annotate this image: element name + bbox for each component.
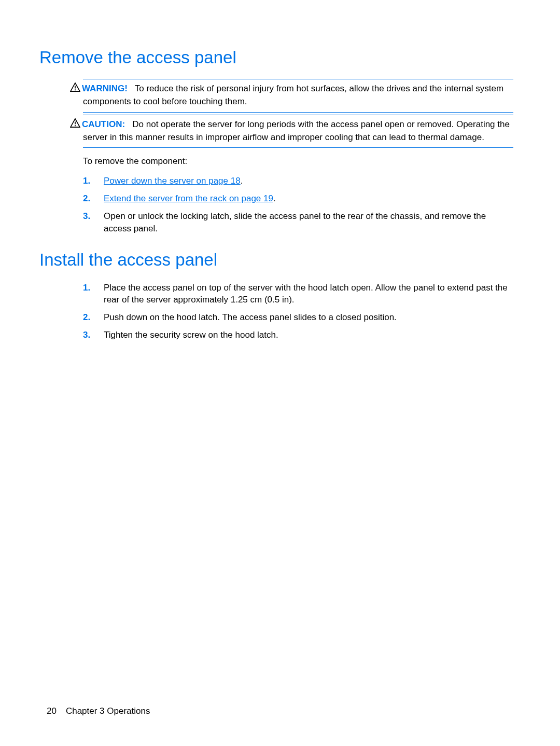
section-heading-remove: Remove the access panel bbox=[39, 46, 513, 70]
step-content: Place the access panel on top of the ser… bbox=[104, 282, 513, 307]
remove-steps-list: 1. Power down the server on page 18. 2. … bbox=[83, 175, 513, 234]
step-number: 2. bbox=[83, 192, 104, 205]
page-footer: 20Chapter 3 Operations bbox=[47, 705, 150, 717]
warning-icon bbox=[70, 82, 80, 95]
list-item: 3. Open or unlock the locking latch, sli… bbox=[83, 210, 513, 235]
page-number: 20 bbox=[47, 705, 57, 717]
power-down-link[interactable]: Power down the server on page 18 bbox=[104, 176, 241, 186]
warning-label: WARNING! bbox=[82, 84, 128, 93]
svg-point-3 bbox=[75, 125, 76, 126]
step-number: 3. bbox=[83, 210, 104, 235]
section-heading-install: Install the access panel bbox=[39, 248, 513, 272]
step-number: 3. bbox=[83, 329, 104, 341]
step-number: 1. bbox=[83, 282, 104, 307]
step-content: Open or unlock the locking latch, slide … bbox=[104, 210, 513, 235]
step-content: Push down on the hood latch. The access … bbox=[104, 311, 513, 324]
step-suffix: . bbox=[273, 194, 276, 203]
caution-icon bbox=[70, 118, 80, 131]
list-item: 2. Extend the server from the rack on pa… bbox=[83, 192, 513, 205]
step-number: 2. bbox=[83, 311, 104, 324]
warning-text: To reduce the risk of personal injury fr… bbox=[83, 84, 503, 106]
warning-box: WARNING! To reduce the risk of personal … bbox=[83, 79, 513, 113]
install-steps-list: 1. Place the access panel on top of the … bbox=[83, 282, 513, 341]
step-content: Power down the server on page 18. bbox=[104, 175, 513, 187]
list-item: 3. Tighten the security screw on the hoo… bbox=[83, 329, 513, 341]
svg-point-1 bbox=[75, 89, 76, 90]
chapter-label: Chapter 3 Operations bbox=[66, 706, 150, 716]
list-item: 1. Place the access panel on top of the … bbox=[83, 282, 513, 307]
remove-intro: To remove the component: bbox=[83, 155, 513, 168]
caution-box: CAUTION: Do not operate the server for l… bbox=[83, 115, 513, 148]
step-content: Extend the server from the rack on page … bbox=[104, 192, 513, 205]
list-item: 2. Push down on the hood latch. The acce… bbox=[83, 311, 513, 324]
caution-text: Do not operate the server for long perio… bbox=[83, 119, 510, 142]
list-item: 1. Power down the server on page 18. bbox=[83, 175, 513, 187]
step-content: Tighten the security screw on the hood l… bbox=[104, 329, 513, 341]
step-suffix: . bbox=[241, 176, 243, 186]
caution-label: CAUTION: bbox=[82, 119, 125, 129]
extend-server-link[interactable]: Extend the server from the rack on page … bbox=[104, 194, 273, 203]
step-number: 1. bbox=[83, 175, 104, 187]
